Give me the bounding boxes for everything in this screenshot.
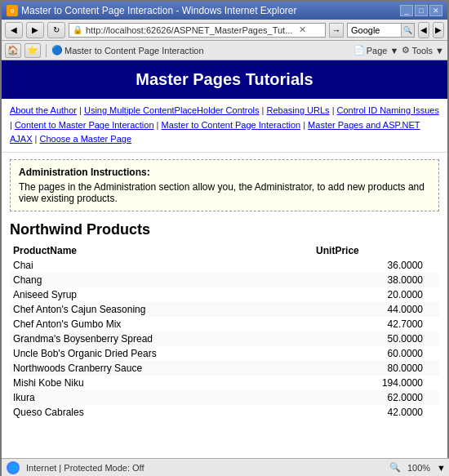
- search-button[interactable]: 🔍: [401, 24, 414, 37]
- product-price-cell: 42.0000: [313, 405, 439, 420]
- status-bar: 🌐 Internet | Protected Mode: Off 🔍 100% …: [2, 458, 449, 476]
- title-bar: e Master to Content Page Interaction - W…: [2, 2, 447, 20]
- site-icon: 🔵: [51, 45, 63, 56]
- product-name-cell: Aniseed Syrup: [10, 287, 313, 302]
- extra-nav-2[interactable]: ▶: [433, 22, 444, 38]
- products-table: ProductName UnitPrice Chai36.0000Chang38…: [10, 243, 439, 420]
- product-price-cell: 20.0000: [313, 287, 439, 302]
- page-menu[interactable]: 📄 Page ▼: [353, 45, 399, 56]
- window-controls[interactable]: _ □ ✕: [400, 5, 442, 16]
- product-price-cell: 38.0000: [313, 273, 439, 287]
- table-row: Uncle Bob's Organic Dried Pears60.0000: [10, 346, 439, 361]
- page-content: Master Pages Tutorials About the Author …: [2, 60, 447, 460]
- forward-button[interactable]: ▶: [26, 22, 44, 38]
- product-name-cell: Queso Cabrales: [10, 405, 313, 420]
- table-row: Chef Anton's Cajun Seasoning44.0000: [10, 302, 439, 317]
- product-name-cell: Ikura: [10, 390, 313, 405]
- admin-notice-body: The pages in the Administration section …: [19, 181, 430, 204]
- products-title: Northwind Products: [10, 221, 439, 238]
- minimize-button[interactable]: _: [400, 5, 413, 16]
- zoom-icon: 🔍: [389, 462, 401, 473]
- product-name-cell: Chef Anton's Cajun Seasoning: [10, 302, 313, 317]
- window-title: Master to Content Page Interaction - Win…: [21, 5, 297, 16]
- table-header-row: ProductName UnitPrice: [10, 243, 439, 258]
- product-name-cell: Chai: [10, 258, 313, 273]
- admin-notice: Administration Instructions: The pages i…: [10, 159, 439, 211]
- nav-choose-master[interactable]: Choose a Master Page: [40, 134, 132, 144]
- ie-icon: e: [7, 5, 18, 16]
- nav-content-to-master[interactable]: Content to Master Page Interaction: [15, 120, 154, 130]
- refresh-inline: ✕: [299, 24, 306, 35]
- internet-zone-icon: 🌐: [7, 461, 20, 474]
- product-name-cell: Chef Anton's Gumbo Mix: [10, 317, 313, 331]
- toolbar: 🏠 ⭐ 🔵 Master to Content Page Interaction…: [2, 41, 447, 60]
- nav-control-id[interactable]: Control ID Naming Issues: [337, 105, 439, 115]
- go-button[interactable]: →: [329, 23, 344, 38]
- col-header-price: UnitPrice: [313, 243, 439, 258]
- refresh-button[interactable]: ↻: [47, 22, 65, 38]
- favorites-button[interactable]: ⭐: [24, 43, 41, 58]
- table-row: Grandma's Boysenberry Spread50.0000: [10, 331, 439, 346]
- nav-about[interactable]: About the Author: [10, 105, 77, 115]
- table-row: Chang38.0000: [10, 273, 439, 287]
- table-row: Ikura62.0000: [10, 390, 439, 405]
- product-price-cell: 44.0000: [313, 302, 439, 317]
- nav-rebasing[interactable]: Rebasing URLs: [267, 105, 330, 115]
- site-label: 🔵 Master to Content Page Interaction: [51, 45, 204, 56]
- table-row: Mishi Kobe Niku194.0000: [10, 376, 439, 390]
- site-navigation: About the Author | Using Multiple Conten…: [2, 99, 447, 153]
- search-input[interactable]: [348, 24, 401, 37]
- address-field[interactable]: 🔒 http://localhost:62626/ASPNET_MasterPa…: [69, 23, 326, 38]
- product-name-cell: Grandma's Boysenberry Spread: [10, 331, 313, 346]
- admin-notice-title: Administration Instructions:: [19, 167, 430, 178]
- zoom-level: 100%: [407, 463, 430, 473]
- back-button[interactable]: ◀: [5, 22, 23, 38]
- zoom-arrow: ▼: [437, 463, 446, 473]
- product-price-cell: 50.0000: [313, 331, 439, 346]
- product-price-cell: 62.0000: [313, 390, 439, 405]
- home-button[interactable]: 🏠: [5, 43, 21, 58]
- site-header: Master Pages Tutorials: [2, 60, 447, 99]
- product-price-cell: 42.7000: [313, 317, 439, 331]
- tools-menu[interactable]: ⚙ Tools ▼: [402, 45, 444, 56]
- table-row: Aniseed Syrup20.0000: [10, 287, 439, 302]
- product-price-cell: 80.0000: [313, 361, 439, 376]
- url-text: http://localhost:62626/ASPNET_MasterPage…: [86, 25, 292, 35]
- product-price-cell: 36.0000: [313, 258, 439, 273]
- product-name-cell: Uncle Bob's Organic Dried Pears: [10, 346, 313, 361]
- nav-multiple-controls[interactable]: Using Multiple ContentPlaceHolder Contro…: [84, 105, 260, 115]
- title-bar-left: e Master to Content Page Interaction - W…: [7, 5, 297, 16]
- extra-nav-1[interactable]: ◀: [418, 22, 429, 38]
- page-icon-toolbar: 📄: [353, 45, 365, 56]
- address-bar: ◀ ▶ ↻ 🔒 http://localhost:62626/ASPNET_Ma…: [2, 20, 447, 41]
- table-row: Northwoods Cranberry Sauce80.0000: [10, 361, 439, 376]
- tools-icon: ⚙: [402, 45, 410, 56]
- page-icon: 🔒: [73, 25, 82, 34]
- product-name-cell: Chang: [10, 273, 313, 287]
- maximize-button[interactable]: □: [415, 5, 428, 16]
- product-name-cell: Mishi Kobe Niku: [10, 376, 313, 390]
- product-price-cell: 60.0000: [313, 346, 439, 361]
- table-row: Queso Cabrales42.0000: [10, 405, 439, 420]
- site-header-title: Master Pages Tutorials: [136, 70, 313, 88]
- zone-text: Internet | Protected Mode: Off: [26, 463, 144, 473]
- col-header-name: ProductName: [10, 243, 313, 258]
- products-section: Northwind Products ProductName UnitPrice…: [2, 218, 447, 428]
- nav-master-to-content[interactable]: Master to Content Page Interaction: [162, 120, 301, 130]
- close-button[interactable]: ✕: [429, 5, 442, 16]
- product-price-cell: 194.0000: [313, 376, 439, 390]
- table-row: Chai36.0000: [10, 258, 439, 273]
- search-box[interactable]: 🔍: [347, 23, 415, 38]
- site-title-text: Master to Content Page Interaction: [64, 46, 204, 56]
- product-name-cell: Northwoods Cranberry Sauce: [10, 361, 313, 376]
- status-right: 🔍 100% ▼: [389, 462, 446, 473]
- table-row: Chef Anton's Gumbo Mix42.7000: [10, 317, 439, 331]
